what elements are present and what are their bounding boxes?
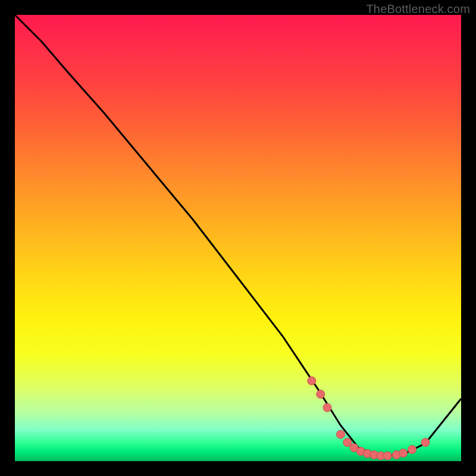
data-point (408, 446, 416, 454)
data-point (317, 390, 325, 399)
data-point (343, 439, 352, 447)
watermark-text: TheBottleneck.com (366, 2, 470, 16)
bottleneck-chart (15, 15, 461, 461)
data-point (308, 377, 316, 385)
data-point (383, 452, 392, 460)
data-point (337, 430, 345, 439)
data-point (323, 403, 331, 412)
chart-frame (15, 15, 461, 461)
data-point (399, 449, 408, 458)
curve-dots (308, 377, 430, 460)
bottleneck-curve-path (15, 15, 461, 457)
data-point (421, 439, 430, 447)
